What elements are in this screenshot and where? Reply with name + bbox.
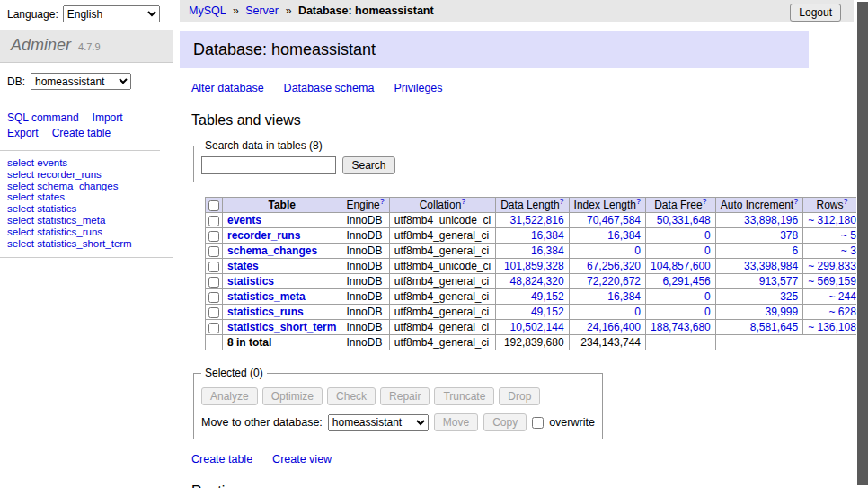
column-help-link[interactable]: ? <box>560 199 564 211</box>
cell-auto-increment-link[interactable]: 8,581,645 <box>750 321 798 333</box>
row-checkbox[interactable] <box>208 246 219 257</box>
column-help-link[interactable]: ? <box>636 199 641 211</box>
cell-auto-increment-link[interactable]: 378 <box>780 229 798 242</box>
cell-data-free-link[interactable]: 0 <box>704 244 711 257</box>
row-select-cell <box>206 289 223 305</box>
cell-data-free-link[interactable]: 104,857,600 <box>651 260 711 272</box>
sidebar-table-link[interactable]: select statistics_runs <box>7 226 166 238</box>
sidebar-table-link[interactable]: select statistics <box>7 203 166 215</box>
sidebar-table-link[interactable]: select recorder_runs <box>7 169 166 181</box>
cell-rows-link[interactable]: ~ 628 <box>829 306 856 318</box>
column-help-link[interactable]: ? <box>380 199 385 211</box>
sidebar-table-link[interactable]: select statistics_meta <box>7 215 166 226</box>
cell-auto-increment-link[interactable]: 6 <box>792 244 798 257</box>
select-all-checkbox[interactable] <box>208 200 219 211</box>
cell-auto-increment-link[interactable]: 325 <box>780 290 798 303</box>
sidebar-table-link[interactable]: select events <box>7 157 166 169</box>
column-help-link[interactable]: ? <box>793 199 798 211</box>
cell-index-length-link[interactable]: 0 <box>634 244 641 257</box>
sidebar-action-link[interactable]: Import <box>93 111 123 124</box>
cell-index-length-link[interactable]: 67,256,320 <box>587 260 641 272</box>
column-header-label: Data Free <box>654 199 702 211</box>
db-select[interactable]: homeassistant <box>31 73 131 90</box>
db-action-link[interactable]: Privileges <box>394 82 442 94</box>
breadcrumb-link-server[interactable]: Server <box>245 4 279 17</box>
cell-index-length-link[interactable]: 16,384 <box>607 229 641 242</box>
cell-index-length-link[interactable]: 0 <box>634 306 641 318</box>
column-help-link[interactable]: ? <box>703 199 707 211</box>
cell-data-free-link[interactable]: 50,331,648 <box>657 214 711 226</box>
cell-rows-link[interactable]: ~ 569,159 <box>808 275 856 288</box>
table-name-link[interactable]: statistics_runs <box>227 306 304 318</box>
table-name-link[interactable]: statistics_meta <box>227 290 306 303</box>
table-name-link[interactable]: statistics <box>227 275 274 288</box>
row-checkbox[interactable] <box>208 292 219 303</box>
row-checkbox[interactable] <box>208 262 219 272</box>
sidebar-action-link[interactable]: Export <box>7 127 39 139</box>
cell-index-length-link[interactable]: 72,220,672 <box>587 275 641 288</box>
cell-rows-link[interactable]: ~ 299,833 <box>808 260 856 272</box>
column-help-link[interactable]: ? <box>461 199 465 211</box>
cell-data-length-link[interactable]: 49,152 <box>531 306 564 318</box>
row-checkbox[interactable] <box>208 231 219 242</box>
sidebar-action-link[interactable]: SQL command <box>7 111 79 124</box>
cell-auto-increment-link[interactable]: 913,577 <box>759 275 798 288</box>
selected-action-button: Truncate <box>434 387 494 405</box>
db-action-link[interactable]: Database schema <box>284 82 375 94</box>
cell-data-free-link[interactable]: 6,291,456 <box>662 275 710 288</box>
cell-data-length-link[interactable]: 10,502,144 <box>510 321 564 333</box>
sidebar-table-link[interactable]: select states <box>7 191 166 203</box>
cell-data-free-link[interactable]: 0 <box>704 229 711 242</box>
table-name-link[interactable]: statistics_short_term <box>227 321 336 333</box>
logout-button[interactable]: Logout <box>790 4 841 22</box>
cell-auto-increment-link[interactable]: 33,398,984 <box>744 260 798 272</box>
sidebar-action-link[interactable]: Create table <box>52 127 111 139</box>
breadcrumb-link-mysql[interactable]: MySQL <box>189 4 226 17</box>
search-button[interactable]: Search <box>342 156 394 174</box>
db-action-link[interactable]: Alter database <box>191 82 264 94</box>
cell-rows-link[interactable]: ~ 3 <box>841 244 856 257</box>
search-input[interactable] <box>201 156 336 174</box>
cell-data-free-link[interactable]: 0 <box>704 290 711 303</box>
create-link[interactable]: Create view <box>272 453 332 466</box>
cell-index-length-link[interactable]: 16,384 <box>607 290 641 303</box>
sidebar-table-link[interactable]: select statistics_short_term <box>7 238 166 250</box>
cell-auto-increment-link[interactable]: 39,999 <box>765 306 798 318</box>
cell-rows-link[interactable]: ~ 312,180 <box>808 214 856 226</box>
row-checkbox[interactable] <box>208 323 219 333</box>
column-help-link[interactable]: ? <box>844 199 848 211</box>
cell-data-length-link[interactable]: 16,384 <box>531 229 564 242</box>
cell-data-length-link[interactable]: 49,152 <box>531 290 564 303</box>
cell-rows-link[interactable]: ~ 244 <box>829 290 856 303</box>
scrollbar-thumb[interactable] <box>857 2 868 485</box>
cell-collation: utf8mb4_unicode_ci <box>389 259 495 274</box>
app-name[interactable]: Adminer <box>11 36 71 54</box>
cell-data-length-link[interactable]: 16,384 <box>531 244 564 257</box>
cell-data-free-link[interactable]: 188,743,680 <box>651 321 711 333</box>
create-link[interactable]: Create table <box>191 453 252 466</box>
sidebar-table-link[interactable]: select schema_changes <box>7 181 166 192</box>
table-name-link[interactable]: events <box>227 214 261 226</box>
cell-data-length-link[interactable]: 31,522,816 <box>510 214 564 226</box>
cell-auto-increment-link[interactable]: 33,898,196 <box>744 214 798 226</box>
row-checkbox[interactable] <box>208 277 219 288</box>
cell-data-free-link[interactable]: 0 <box>704 306 711 318</box>
row-checkbox[interactable] <box>208 216 219 226</box>
row-checkbox[interactable] <box>208 307 219 318</box>
cell-data-length-link[interactable]: 48,824,320 <box>510 275 564 288</box>
cell-index-length-link[interactable]: 24,166,400 <box>587 321 641 333</box>
cell-data-length-link[interactable]: 101,859,328 <box>504 260 564 272</box>
language-row: Language: English <box>0 0 173 30</box>
cell-index-length-link[interactable]: 70,467,584 <box>587 214 641 226</box>
vertical-scrollbar[interactable] <box>856 0 868 488</box>
overwrite-checkbox[interactable] <box>532 417 544 429</box>
db-label: DB: <box>7 75 25 88</box>
table-name-link[interactable]: schema_changes <box>227 244 317 257</box>
overwrite-label[interactable]: overwrite <box>549 416 595 429</box>
language-select[interactable]: English <box>63 5 160 22</box>
move-db-select[interactable]: homeassistant <box>328 414 429 431</box>
cell-rows-link[interactable]: ~ 5 <box>841 229 856 242</box>
table-name-link[interactable]: states <box>227 260 259 272</box>
cell-rows-link[interactable]: ~ 136,108 <box>808 321 856 333</box>
table-name-link[interactable]: recorder_runs <box>227 229 300 242</box>
